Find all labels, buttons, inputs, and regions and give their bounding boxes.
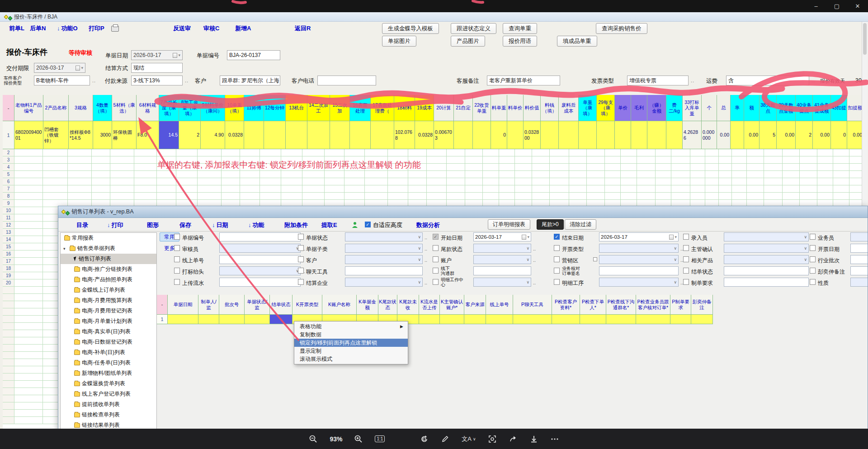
quote-cell[interactable] <box>671 156 690 164</box>
tree-group-sales-lists[interactable]: ▾销售类单据列表 <box>61 243 156 254</box>
quote-cell[interactable] <box>408 156 427 164</box>
filter-checkbox[interactable] <box>174 279 180 285</box>
quote-cell[interactable] <box>550 164 569 171</box>
row-number[interactable] <box>3 359 14 366</box>
filter-dropdown[interactable]: ∨ <box>345 232 423 241</box>
quote-cell[interactable] <box>656 185 671 193</box>
quote-cell[interactable] <box>817 171 833 178</box>
filter-dropdown[interactable]: ∨ <box>850 232 868 241</box>
quote-cell[interactable] <box>307 121 330 149</box>
quote-cell[interactable] <box>621 156 637 164</box>
quote-col-header[interactable]: 老物料1产品编号 <box>14 95 43 121</box>
context-menu-item[interactable]: 锁定列/移到前面列再点这里解锁 <box>294 339 408 347</box>
quote-cell[interactable] <box>92 193 110 200</box>
close-button[interactable]: ✕ <box>847 0 868 12</box>
quote-cell[interactable] <box>198 171 222 178</box>
quote-cell[interactable] <box>240 156 259 164</box>
context-menu-item[interactable]: 表格功能▶ <box>294 322 408 331</box>
row-number[interactable]: 8 <box>3 193 14 200</box>
quote-col-header[interactable]: 9材料单价（康问） <box>201 95 225 121</box>
action-add[interactable]: 新增A <box>235 24 251 33</box>
tool-button[interactable]: 跟进状态定义 <box>451 23 496 34</box>
quote-cell[interactable] <box>817 193 833 200</box>
filter-dropdown[interactable]: ∨ <box>724 255 809 264</box>
order-cell[interactable] <box>168 315 198 324</box>
row-number[interactable]: 4 <box>3 164 14 171</box>
quote-cell[interactable] <box>365 171 388 178</box>
quote-col-header[interactable]: 毛利 <box>631 95 647 121</box>
quote-col-header[interactable]: 单价 <box>615 95 631 121</box>
quote-cell[interactable] <box>281 164 302 171</box>
quote-cell[interactable] <box>833 178 849 185</box>
order-cell[interactable] <box>419 315 440 324</box>
doc-date-field[interactable]: 2026-03-17▾ <box>131 50 183 60</box>
context-menu-item[interactable]: 显示定制 <box>294 347 408 355</box>
quote-col-header[interactable]: 4数量（填） <box>93 95 112 121</box>
row-number[interactable]: 14 <box>3 236 14 243</box>
quote-cell[interactable] <box>764 156 783 164</box>
row-number[interactable]: 12 <box>3 222 14 229</box>
quote-cell[interactable] <box>14 265 43 272</box>
quote-cell[interactable] <box>14 388 43 395</box>
quote-cell[interactable] <box>605 178 621 185</box>
quote-col-header[interactable]: 2产品名称 <box>43 95 69 121</box>
quote-cell[interactable] <box>198 178 222 185</box>
customer-field[interactable]: 跟单群: 罗尼韦尔（上海） <box>220 76 280 85</box>
order-cell[interactable] <box>580 315 606 324</box>
quote-cell[interactable] <box>447 185 465 193</box>
quote-cell[interactable] <box>134 185 156 193</box>
quote-cell[interactable] <box>388 185 408 193</box>
filter-dropdown[interactable]: ∨ <box>345 278 423 287</box>
quote-cell[interactable] <box>719 178 732 185</box>
quote-col-header[interactable]: 料单价 <box>507 95 524 121</box>
quote-cell[interactable] <box>92 178 110 185</box>
quote-cell[interactable] <box>260 171 281 178</box>
quote-cell[interactable] <box>14 156 43 164</box>
quote-cell[interactable] <box>833 185 849 193</box>
quote-cell[interactable] <box>747 164 764 171</box>
quote-cell[interactable] <box>68 178 92 185</box>
quote-cell[interactable] <box>719 185 732 193</box>
quote-cell[interactable] <box>483 193 499 200</box>
quote-cell[interactable] <box>14 214 43 222</box>
tree-item[interactable]: 电商-推广分链接列表 <box>61 264 156 274</box>
row-number[interactable]: 19 <box>3 272 14 279</box>
filter-checkbox[interactable] <box>174 256 180 262</box>
quote-cell[interactable] <box>134 149 156 156</box>
filter-input[interactable] <box>850 244 868 253</box>
quote-cell[interactable] <box>499 164 515 171</box>
action-review[interactable]: 审核C <box>203 24 219 33</box>
row-number[interactable] <box>3 316 14 323</box>
quote-col-header[interactable]: 40业务提点 <box>796 95 813 121</box>
quote-cell[interactable] <box>14 250 43 258</box>
quote-cell[interactable] <box>587 178 604 185</box>
quote-cell[interactable] <box>559 121 579 149</box>
quote-cell[interactable] <box>732 164 747 171</box>
scrollbar-thumb[interactable] <box>863 23 867 55</box>
quote-col-header[interactable]: 43扣提 <box>831 95 847 121</box>
more-options-dots[interactable]: .. <box>533 246 536 251</box>
quote-cell[interactable] <box>371 121 394 149</box>
order-col-header[interactable]: 单据日期 <box>168 295 198 315</box>
row-number[interactable]: 20 <box>3 279 14 287</box>
quote-cell[interactable] <box>705 164 719 171</box>
quote-cell[interactable] <box>43 164 68 171</box>
quote-cell[interactable] <box>14 164 43 171</box>
quote-cell[interactable] <box>764 193 783 200</box>
quote-cell[interactable] <box>783 178 799 185</box>
dialog-toolbar-item[interactable]: ↓功能 <box>248 221 264 229</box>
order-detail-report-button[interactable]: 订单明细报表 <box>488 219 530 230</box>
quote-cell[interactable] <box>817 185 833 193</box>
quote-cell[interactable] <box>783 193 799 200</box>
quote-cell[interactable] <box>14 373 43 381</box>
quote-col-header[interactable]: （赚）金额 <box>647 95 666 121</box>
quote-cell[interactable] <box>43 156 68 164</box>
quote-cell[interactable] <box>499 149 515 156</box>
quote-cell[interactable] <box>656 171 671 178</box>
order-cell[interactable] <box>245 315 270 324</box>
row-number[interactable] <box>3 323 14 330</box>
quote-cell[interactable] <box>465 193 483 200</box>
quote-cell[interactable] <box>637 156 656 164</box>
freight-more[interactable]: .. <box>811 78 815 83</box>
row-number[interactable] <box>3 402 14 410</box>
